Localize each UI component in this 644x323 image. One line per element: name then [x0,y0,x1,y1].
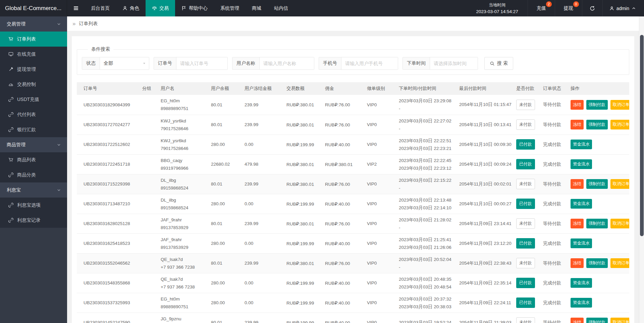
sidebar-item[interactable]: 银行汇款 [0,122,67,137]
column-header: 是否付款 [513,82,540,95]
status-select-value: 全部 [104,60,113,66]
sidebar-item[interactable]: 代付列表 [0,107,67,122]
freeze-button[interactable]: 冻结 [571,120,584,129]
cancel-order-button[interactable]: 取消订单 [610,179,629,189]
freeze-button[interactable]: 冻结 [571,219,584,228]
force-pay-button[interactable]: 强制付款 [586,258,608,268]
chevron-up-icon [632,6,636,10]
paid-cell: 未付款 [513,214,540,233]
cancel-order-button[interactable]: 取消订单 [610,318,629,323]
sidebar-group-header[interactable]: 利息宝 [0,182,67,198]
cancel-order-button[interactable]: 取消订单 [610,219,629,228]
freeze-button[interactable]: 冻结 [571,179,584,189]
cart-icon [8,37,13,42]
sidebar-item[interactable]: 在线充值 [0,47,67,62]
sidebar-item[interactable]: 利息宝选项 [0,198,67,213]
order-id: UB2303031713487210 [77,194,139,214]
group-cell [139,273,157,293]
nav-chip[interactable]: 提现 0 [555,0,582,16]
force-pay-button[interactable]: 强制付款 [586,179,608,189]
fund-flow-button[interactable]: 资金流水 [571,159,592,169]
force-pay-button[interactable]: 强制付款 [586,100,608,110]
fund-flow-button[interactable]: 资金流水 [571,199,592,209]
nav-chip[interactable]: 充值 2 [528,0,555,16]
unpaid-badge: 未付款 [516,258,535,268]
sidebar-item[interactable]: 交易控制 [0,77,67,92]
status-cell: 完成付款 [540,154,567,174]
notification-badge: 2 [546,1,552,7]
freeze-button[interactable]: 冻结 [571,100,584,110]
balance-cell: 80.01 [208,253,241,273]
balance-cell: 80.01 [208,174,241,194]
cancel-order-button[interactable]: 取消订单 [610,120,629,129]
actions-cell: 资金流水 [567,154,629,174]
balance-cell: 22680.02 [208,154,241,174]
menu-icon [73,5,79,11]
sidebar-item[interactable]: USDT充值 [0,92,67,107]
last-pay-time-cell: 2054年11月10日 00:09:24 [456,154,513,174]
level-cell: VIP0 [364,313,395,323]
nav-item-1[interactable]: 后台首页 [85,0,116,16]
search-field-input[interactable] [430,57,478,69]
sidebar-toggle[interactable] [67,0,85,16]
user-name: JAF_9rahr [161,236,204,244]
pay-time: 2023年03月03日 21:26:06 [399,244,452,251]
amount-cell: RUB₽:199.99 [283,293,322,313]
cancel-order-button[interactable]: 取消订单 [610,258,629,268]
search-field-input[interactable] [176,57,227,69]
sidebar: 交易管理 订单列表 在线充值 提现管理 交易控制 USDT充值 代付列表 银行汇… [0,16,67,323]
user-menu[interactable]: admin [602,0,644,16]
user-cell: DL_ilbg 89159868524 [157,194,208,214]
status-select[interactable]: 全部 [100,57,149,69]
nav-item-3[interactable]: 交易 [146,0,175,16]
fund-flow-button[interactable]: 资金流水 [571,140,592,149]
nav-item-7[interactable]: 站内信 [268,0,294,16]
group-cell [139,95,157,115]
sidebar-group-header[interactable]: 交易管理 [0,16,67,32]
fund-flow-button[interactable]: 资金流水 [571,278,592,288]
force-pay-button[interactable]: 强制付款 [586,318,608,323]
search-button[interactable]: 搜 索 [484,57,513,70]
paid-cell: 已付款 [513,293,540,313]
sidebar-group-header[interactable]: 商品管理 [0,137,67,152]
paid-badge: 已付款 [516,238,535,249]
status-cell: 完成付款 [540,194,567,214]
pay-time: 2023年03月03日 20:48:54 [399,283,452,291]
freeze-button[interactable]: 冻结 [571,318,584,323]
actions-cell: 冻结 强制付款 取消订单 [567,174,629,194]
search-field-input[interactable] [341,57,398,69]
refresh-button[interactable] [582,0,602,16]
pay-time: - [399,224,452,231]
search-field-group: 手机号 [319,57,398,70]
order-time: 2023年03月03日 22:27:02 [399,117,452,125]
status-cell: 等待付款 [540,115,567,134]
cart-icon [8,157,13,162]
nav-item-4[interactable]: 帮助中心 [175,0,214,16]
nav-item-2[interactable]: 角色 [116,0,146,16]
order-list-card: 条件搜索 状态 全部 订单号 用户名称 手机号 下单时间 [72,36,634,323]
sidebar-item[interactable]: 提现管理 [0,62,67,77]
sidebar-item[interactable]: 商品列表 [0,152,67,167]
table-row: UB2303031628025128 JAF_9rahr 89137853929… [77,214,629,233]
fund-flow-button[interactable]: 资金流水 [571,298,592,308]
freeze-button[interactable]: 冻结 [571,258,584,268]
force-pay-button[interactable]: 强制付款 [586,219,608,228]
actions-cell: 冻结 强制付款 取消订单 [567,313,629,323]
sidebar-item[interactable]: 商品分类 [0,167,67,182]
order-time-cell: 2023年03月03日 19:52:24 [395,313,456,323]
sidebar-item[interactable]: 利息宝记录 [0,213,67,228]
breadcrumb-angles-icon: » [72,21,75,26]
scrollbar-thumb[interactable] [640,35,644,236]
cancel-order-button[interactable]: 取消订单 [610,100,629,110]
order-time: 2023年03月03日 20:37:32 [399,295,452,303]
sidebar-item[interactable]: 订单列表 [0,32,67,47]
search-field-input[interactable] [260,57,314,69]
user-name: JG_9pznu [161,315,204,323]
balance-cell: 80.01 [208,95,241,115]
amount-cell: RUB₽:380.01 [283,214,322,233]
table-row: UB2303031727024277 KWJ_ysr6kd 7901752864… [77,115,629,134]
force-pay-button[interactable]: 强制付款 [586,120,608,129]
fund-flow-button[interactable]: 资金流水 [571,238,592,248]
nav-item-5[interactable]: 系统管理 [214,0,246,16]
nav-item-6[interactable]: 商城 [246,0,268,16]
